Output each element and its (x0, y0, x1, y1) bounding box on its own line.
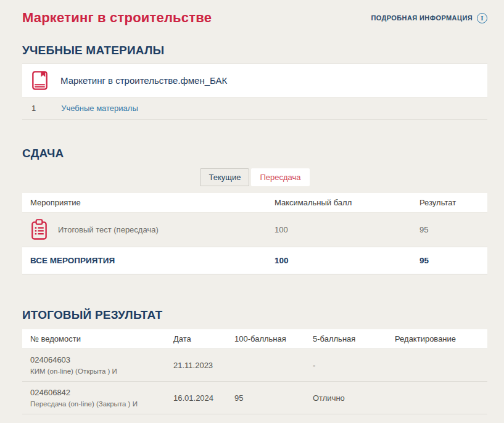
course-card[interactable]: Маркетинг в строительстве.фмен_БАК (22, 64, 487, 97)
final-result-table: № ведомости Дата 100-балльная 5-балльная… (22, 329, 487, 414)
tab-current[interactable]: Текущие (200, 168, 249, 186)
total-max-score: 100 (275, 256, 419, 265)
sheet-cell: 024064603 КИМ (on-line) (Открыта ) И (22, 355, 173, 375)
submission-table: Мероприятие Максимальный балл Результат (22, 193, 487, 274)
page-header: Маркетинг в строительстве ПОДРОБНАЯ ИНФО… (22, 0, 487, 26)
details-info-label: ПОДРОБНАЯ ИНФОРМАЦИЯ (371, 14, 473, 22)
final-result-heading: ИТОГОВЫЙ РЕЗУЛЬТАТ (22, 308, 487, 322)
material-link[interactable]: Учебные материалы (61, 104, 138, 113)
col-max-score: Максимальный балл (275, 198, 419, 207)
col-edit: Редактирование (395, 334, 487, 343)
tab-retake[interactable]: Пересдача (251, 168, 309, 186)
sheet-date: 21.11.2023 (173, 361, 234, 370)
table-row: 024064603 КИМ (on-line) (Открыта ) И 21.… (22, 349, 487, 382)
info-icon[interactable]: i (477, 13, 487, 23)
sheet-type: КИМ (on-line) (Открыта ) И (30, 368, 173, 375)
total-label: ВСЕ МЕРОПРИЯТИЯ (22, 256, 275, 265)
col-score5: 5-балльная (313, 334, 395, 343)
book-icon (30, 70, 50, 91)
material-index: 1 (31, 104, 36, 113)
table-row: Итоговый тест (пересдача) 100 95 (22, 213, 487, 247)
submission-total-row: ВСЕ МЕРОПРИЯТИЯ 100 95 (22, 247, 487, 274)
col-score100: 100-балльная (234, 334, 313, 343)
event-max-score: 100 (275, 225, 419, 234)
materials-heading: УЧЕБНЫЕ МАТЕРИАЛЫ (22, 44, 487, 57)
total-result: 95 (419, 256, 487, 265)
sheet-cell: 024606842 Пересдача (on-line) (Закрыта )… (22, 388, 173, 408)
table-row: 024606842 Пересдача (on-line) (Закрыта )… (22, 382, 487, 414)
sheet-score5: - (313, 361, 395, 370)
event-name[interactable]: Итоговый тест (пересдача) (58, 225, 159, 234)
col-sheet-number: № ведомости (22, 334, 173, 343)
sheet-date: 16.01.2024 (173, 393, 234, 403)
material-row: 1 Учебные материалы (22, 97, 487, 120)
page-container: Маркетинг в строительстве ПОДРОБНАЯ ИНФО… (22, 0, 487, 423)
col-date: Дата (173, 334, 234, 343)
col-event: Мероприятие (22, 198, 275, 207)
final-result-header: № ведомости Дата 100-балльная 5-балльная… (22, 329, 487, 349)
col-result: Результат (419, 198, 487, 207)
sheet-number: 024064603 (30, 355, 173, 364)
sheet-type: Пересдача (on-line) (Закрыта ) И (30, 400, 173, 408)
sheet-number: 024606842 (30, 388, 173, 397)
clipboard-icon (30, 218, 49, 241)
submission-tabs: Текущие Пересдача (22, 168, 487, 186)
submission-table-header: Мероприятие Максимальный балл Результат (22, 193, 487, 213)
details-info-link[interactable]: ПОДРОБНАЯ ИНФОРМАЦИЯ i (371, 13, 487, 23)
page-title: Маркетинг в строительстве (22, 10, 212, 26)
sheet-score100: 95 (234, 393, 313, 403)
event-result: 95 (419, 225, 487, 234)
course-name: Маркетинг в строительстве.фмен_БАК (60, 75, 227, 86)
submission-heading: СДАЧА (22, 147, 487, 160)
event-cell: Итоговый тест (пересдача) (22, 218, 275, 241)
sheet-score5: Отлично (313, 393, 395, 403)
